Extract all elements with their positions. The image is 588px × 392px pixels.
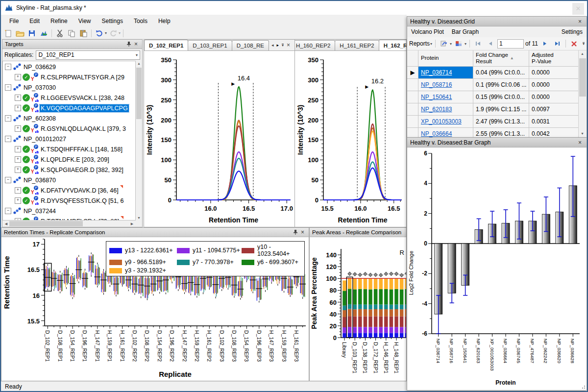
target-protein[interactable]: −NP_001012027: [3, 134, 135, 144]
delete-icon[interactable]: [569, 39, 580, 49]
table-row[interactable]: NP_620183 1.9 (99% CI:1.15 ... 0.0097: [407, 103, 587, 116]
menu-view[interactable]: View: [73, 16, 97, 26]
close-icon[interactable]: ×: [132, 41, 140, 48]
chevron-down-icon[interactable]: ▾: [465, 42, 466, 46]
tab-D_102_REP1[interactable]: D_102_REP1: [144, 40, 188, 50]
color-scheme-icon[interactable]: [453, 39, 464, 49]
undo-icon[interactable]: [94, 28, 105, 38]
target-protein[interactable]: −NP_036629: [3, 62, 135, 72]
target-protein[interactable]: −NP_602308: [3, 113, 135, 123]
table-row[interactable]: NP_150641 0.15 (99% CI:0.0... 0.0000: [407, 91, 587, 103]
tab-scroll-right-icon[interactable]: ▸: [276, 43, 279, 48]
volcano-plot-link[interactable]: Volcano Plot: [411, 28, 444, 35]
next-page-icon[interactable]: [539, 39, 550, 49]
chromatogram-plot-D_102_REP1[interactable]: 05010015020025030035016.016.517.0Intensi…: [144, 51, 294, 227]
expand-icon[interactable]: +: [15, 167, 21, 173]
chromatogram-plot-H_162_REP2[interactable]: 05010015020025030035015.516.016.5Intensi…: [295, 51, 406, 227]
replicates-dropdown[interactable]: D_102_REP1 ▾: [36, 50, 140, 60]
chevron-down-icon[interactable]: ▾: [450, 42, 452, 46]
expand-icon[interactable]: +: [15, 95, 21, 101]
import-results-icon[interactable]: [38, 28, 49, 38]
protein-link[interactable]: NP_036664: [421, 130, 452, 137]
menu-help[interactable]: Help: [153, 16, 176, 26]
pin-icon[interactable]: [292, 229, 299, 236]
menu-tools[interactable]: Tools: [128, 16, 153, 26]
last-page-icon[interactable]: [552, 39, 563, 49]
table-row[interactable]: ▶ NP_036714 0.04 (99% CI:0.0... 0.0000: [407, 67, 587, 79]
tab-list-icon[interactable]: ▾: [282, 44, 284, 47]
target-peptide[interactable]: +✓PYR.GSYNLQDLLAQAK.L [379, 3: [3, 123, 135, 134]
menu-settings[interactable]: Settings: [97, 16, 128, 26]
export-report-icon[interactable]: [439, 39, 449, 49]
scroll-up-icon[interactable]: ▲: [579, 52, 586, 55]
grid-vertical-scrollbar[interactable]: ▲ ▼: [578, 50, 587, 137]
tab-H_161_REP2[interactable]: H_161_REP2: [335, 40, 379, 50]
expand-icon[interactable]: +: [15, 105, 21, 111]
fold-change-plot[interactable]: -6-4-20246Log2 Fold ChangeProteinNP_0367…: [407, 147, 587, 390]
tab-D_108_RE[interactable]: D_108_RE: [232, 40, 269, 50]
close-icon[interactable]: ×: [576, 18, 584, 25]
close-icon[interactable]: ✕: [572, 3, 584, 15]
protein-link[interactable]: NP_620183: [421, 106, 452, 113]
collapse-icon[interactable]: −: [5, 64, 11, 70]
tab-close-icon[interactable]: ×: [287, 42, 290, 49]
collapse-icon[interactable]: −: [5, 84, 11, 91]
collapse-icon[interactable]: −: [5, 177, 11, 183]
collapse-icon[interactable]: −: [5, 115, 11, 122]
table-row[interactable]: NP_058716 0.1 (99% CI:0.06 ... 0.0000: [407, 79, 587, 91]
tab-H_162_REP2[interactable]: H_162_REP2: [379, 40, 406, 50]
target-protein[interactable]: −NP_037244: [3, 206, 135, 216]
new-document-icon[interactable]: [3, 28, 14, 38]
column-fold-change[interactable]: Fold Change Result▲: [473, 50, 529, 66]
collapse-icon[interactable]: −: [5, 136, 11, 142]
expand-icon[interactable]: +: [15, 197, 21, 204]
bar-graph-link[interactable]: Bar Graph: [452, 28, 479, 35]
redo-icon[interactable]: [108, 28, 119, 38]
page-number-input[interactable]: [497, 39, 524, 49]
scroll-down-icon[interactable]: ▼: [579, 132, 586, 135]
scrollbar-thumb[interactable]: [136, 68, 142, 119]
redo-dropdown-icon[interactable]: ▾: [119, 31, 121, 35]
expand-icon[interactable]: +: [15, 146, 21, 152]
scroll-up-icon[interactable]: ▲: [136, 62, 142, 65]
table-row[interactable]: XP_001053003 2.47 (99% CI:1.3... 0.0031: [407, 116, 587, 128]
pin-icon[interactable]: [125, 41, 132, 48]
scroll-down-icon[interactable]: ▼: [136, 216, 142, 220]
expand-icon[interactable]: +: [15, 187, 21, 194]
resize-grip[interactable]: [581, 384, 586, 389]
target-peptide[interactable]: +✓PYK.LQPLDFK.E [203, 209]: [3, 154, 135, 165]
settings-button[interactable]: Settings: [562, 28, 583, 35]
scroll-left-icon[interactable]: ◀: [3, 222, 9, 226]
target-peptide[interactable]: +✓PYR.DYVSQFESSTLGK.Q [51, 6: [3, 196, 135, 206]
tab-D_103_REP1[interactable]: D_103_REP1: [188, 40, 232, 50]
scroll-right-icon[interactable]: ▶: [129, 222, 135, 226]
collapse-icon[interactable]: −: [5, 208, 11, 214]
target-peptide[interactable]: +✓PYK.DFATVYVDAVK.D [36, 46]: [3, 185, 135, 196]
tab-H_160_REP2[interactable]: H_160_REP2: [295, 40, 335, 50]
targets-horizontal-scrollbar[interactable]: ◀▶: [2, 220, 136, 227]
menu-edit[interactable]: Edit: [24, 16, 45, 26]
column-adjusted-pvalue[interactable]: Adjusted P-Value: [529, 50, 579, 66]
paste-icon[interactable]: [78, 28, 89, 38]
target-peptide[interactable]: +✓PYK.TSDQIHFFFAK.L [148, 158]: [3, 144, 135, 154]
scrollbar-thumb[interactable]: [579, 58, 586, 97]
protein-link[interactable]: NP_058716: [421, 81, 452, 88]
column-protein[interactable]: Protein: [418, 50, 473, 66]
target-protein[interactable]: −NP_037030: [3, 82, 135, 93]
copy-icon[interactable]: [66, 28, 77, 38]
reports-button[interactable]: Reports: [409, 40, 430, 47]
targets-vertical-scrollbar[interactable]: ▲▼: [136, 61, 142, 220]
menu-file[interactable]: File: [4, 16, 24, 26]
target-peptide[interactable]: +✓PYR.LGGEEVSVACK.L [238, 248: [3, 93, 135, 103]
target-peptide-selected[interactable]: +✓PYK.VGQPGDAGAAGPVAPLCPG: [3, 103, 135, 113]
cut-icon[interactable]: [54, 28, 65, 38]
chevron-down-icon[interactable]: ▾: [430, 42, 432, 46]
protein-link[interactable]: XP_001053003: [421, 118, 462, 125]
target-peptide[interactable]: +✓PYR.TGTNLMDFLSR.L [79, 89]: [3, 216, 135, 220]
target-protein[interactable]: −NP_036870: [3, 175, 135, 185]
target-peptide[interactable]: +✓PYK.SQLPGIIAEGR.D [382, 392]: [3, 165, 135, 175]
open-icon[interactable]: [15, 28, 25, 38]
toolbar-overflow-icon[interactable]: ▾: [583, 42, 585, 46]
first-page-icon[interactable]: [473, 39, 484, 49]
undo-dropdown-icon[interactable]: ▾: [105, 31, 107, 35]
